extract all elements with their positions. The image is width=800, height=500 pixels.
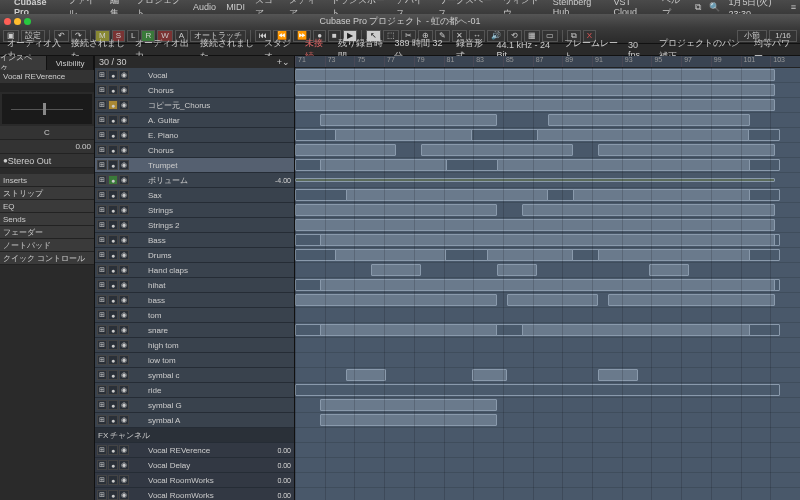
- audio-clip[interactable]: [295, 84, 775, 96]
- track-icon[interactable]: ⊞: [97, 415, 107, 425]
- audio-clip[interactable]: [548, 114, 750, 126]
- tab-inspector[interactable]: インスペク...: [0, 56, 47, 70]
- track-icon[interactable]: ⊞: [97, 175, 107, 185]
- track-icon[interactable]: ⊞: [97, 340, 107, 350]
- arrange-lane[interactable]: [295, 173, 800, 188]
- audio-clip[interactable]: [320, 159, 446, 171]
- audio-clip[interactable]: [335, 249, 446, 261]
- arrange-window[interactable]: 717375777981838587899193959799101103: [295, 56, 800, 500]
- arrange-lane[interactable]: [295, 203, 800, 218]
- toggle-row[interactable]: [0, 84, 94, 92]
- track-icon[interactable]: ⊞: [97, 85, 107, 95]
- audio-clip[interactable]: [320, 414, 497, 426]
- track-icon[interactable]: ⊞: [97, 355, 107, 365]
- track-icon[interactable]: ⊞: [97, 250, 107, 260]
- audio-clip[interactable]: [497, 159, 750, 171]
- monitor-icon[interactable]: ◉: [119, 490, 129, 500]
- record-enable[interactable]: ●: [108, 85, 118, 95]
- track-row[interactable]: FX チャンネル: [95, 428, 294, 443]
- audio-clip[interactable]: [320, 279, 775, 291]
- audio-clip[interactable]: [497, 264, 537, 276]
- audio-clip[interactable]: [295, 178, 775, 182]
- track-row[interactable]: ⊞●◉Hand claps: [95, 263, 294, 278]
- track-icon[interactable]: ⊞: [97, 145, 107, 155]
- track-row[interactable]: ⊞●◉ride: [95, 383, 294, 398]
- arrange-lane[interactable]: [295, 113, 800, 128]
- track-row[interactable]: ⊞●◉symbal c: [95, 368, 294, 383]
- audio-clip[interactable]: [320, 114, 497, 126]
- arrange-lane[interactable]: [295, 338, 800, 353]
- track-icon[interactable]: ⊞: [97, 235, 107, 245]
- audio-clip[interactable]: [346, 369, 386, 381]
- audio-clip[interactable]: [295, 384, 780, 396]
- monitor-icon[interactable]: ◉: [119, 85, 129, 95]
- arrange-lane[interactable]: [295, 263, 800, 278]
- track-icon[interactable]: ⊞: [97, 370, 107, 380]
- arrange-lane[interactable]: [295, 68, 800, 83]
- track-row[interactable]: ⊞●◉snare: [95, 323, 294, 338]
- audio-clip[interactable]: [472, 369, 507, 381]
- track-row[interactable]: ⊞●◉E. Piano: [95, 128, 294, 143]
- record-enable[interactable]: ●: [108, 145, 118, 155]
- track-icon[interactable]: ⊞: [97, 160, 107, 170]
- record-enable[interactable]: ●: [108, 295, 118, 305]
- track-row[interactable]: ⊞●◉Chorus: [95, 83, 294, 98]
- record-enable[interactable]: ●: [108, 70, 118, 80]
- track-row[interactable]: ⊞●◉ボリューム-4.00: [95, 173, 294, 188]
- record-enable[interactable]: ●: [108, 160, 118, 170]
- close-button[interactable]: [4, 18, 11, 25]
- record-enable[interactable]: ●: [108, 340, 118, 350]
- notification-icon[interactable]: ≡: [791, 2, 796, 12]
- track-row[interactable]: ⊞●◉Trumpet: [95, 158, 294, 173]
- arrange-lane[interactable]: [295, 368, 800, 383]
- arrange-lane[interactable]: [295, 458, 800, 473]
- track-icon[interactable]: ⊞: [97, 190, 107, 200]
- record-enable[interactable]: ●: [108, 445, 118, 455]
- track-row[interactable]: ⊞●◉Strings: [95, 203, 294, 218]
- section-inserts[interactable]: Inserts: [0, 174, 94, 187]
- track-row[interactable]: ⊞●◉Sax: [95, 188, 294, 203]
- record-enable[interactable]: ●: [108, 460, 118, 470]
- track-icon[interactable]: ⊞: [97, 70, 107, 80]
- track-icon[interactable]: ⊞: [97, 265, 107, 275]
- monitor-icon[interactable]: ◉: [119, 265, 129, 275]
- audio-clip[interactable]: [295, 294, 497, 306]
- record-enable[interactable]: ●: [108, 415, 118, 425]
- record-enable[interactable]: ●: [108, 325, 118, 335]
- record-enable[interactable]: ●: [108, 385, 118, 395]
- monitor-icon[interactable]: ◉: [119, 370, 129, 380]
- monitor-icon[interactable]: ◉: [119, 145, 129, 155]
- arrange-lane[interactable]: [295, 473, 800, 488]
- arrange-lane[interactable]: [295, 428, 800, 443]
- track-value[interactable]: 0.00: [264, 447, 294, 454]
- section-sends[interactable]: Sends: [0, 213, 94, 226]
- track-row[interactable]: ⊞●◉Vocal: [95, 68, 294, 83]
- track-row[interactable]: ⊞●◉symbal A: [95, 413, 294, 428]
- timeline-ruler[interactable]: 717375777981838587899193959799101103: [295, 56, 800, 68]
- menu-item[interactable]: MIDI: [226, 2, 245, 12]
- channel-name[interactable]: Vocal REVerence: [0, 70, 94, 84]
- track-icon[interactable]: ⊞: [97, 400, 107, 410]
- monitor-icon[interactable]: ◉: [119, 475, 129, 485]
- monitor-icon[interactable]: ◉: [119, 415, 129, 425]
- audio-clip[interactable]: [320, 324, 497, 336]
- monitor-icon[interactable]: ◉: [119, 160, 129, 170]
- search-icon[interactable]: 🔍: [709, 2, 720, 12]
- arrange-lane[interactable]: [295, 413, 800, 428]
- arrange-lane[interactable]: [295, 488, 800, 500]
- audio-clip[interactable]: [573, 189, 750, 201]
- minimize-button[interactable]: [14, 18, 21, 25]
- record-enable[interactable]: ●: [108, 115, 118, 125]
- monitor-icon[interactable]: ◉: [119, 325, 129, 335]
- audio-clip[interactable]: [522, 204, 775, 216]
- monitor-icon[interactable]: ◉: [119, 70, 129, 80]
- audio-clip[interactable]: [608, 294, 775, 306]
- audio-clip[interactable]: [295, 99, 775, 111]
- record-enable[interactable]: ●: [108, 355, 118, 365]
- arrange-lane[interactable]: [295, 293, 800, 308]
- arrange-lane[interactable]: [295, 323, 800, 338]
- audio-clip[interactable]: [522, 324, 749, 336]
- audio-clip[interactable]: [295, 219, 775, 231]
- record-enable[interactable]: ●: [108, 475, 118, 485]
- arrange-lane[interactable]: [295, 158, 800, 173]
